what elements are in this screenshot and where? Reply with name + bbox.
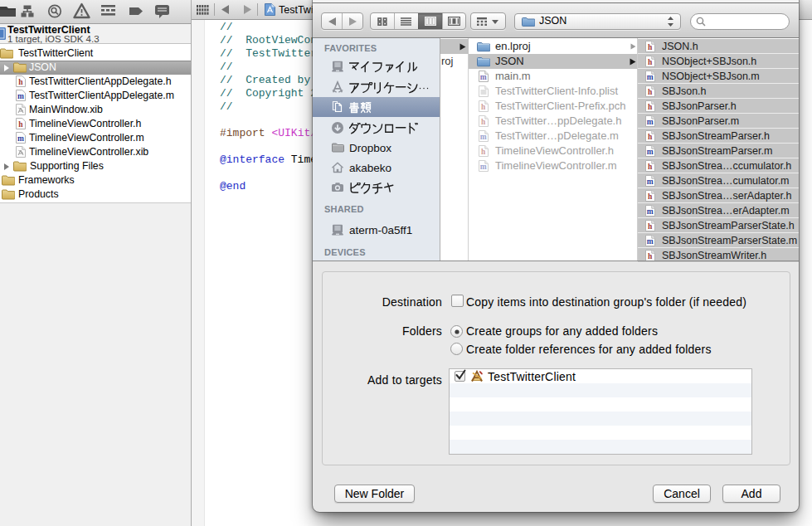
svg-text:h: h (648, 88, 653, 96)
svg-text:h: h (648, 58, 653, 66)
svg-text:m: m (647, 118, 654, 126)
svg-text:m: m (17, 134, 24, 143)
svg-text:h: h (648, 252, 653, 261)
svg-text:m: m (647, 237, 654, 246)
svg-text:h: h (481, 118, 486, 126)
svg-text:m: m (647, 148, 654, 156)
svg-text:h: h (18, 120, 23, 129)
svg-text:m: m (647, 178, 654, 186)
svg-text:m: m (647, 73, 654, 81)
svg-text:m: m (647, 207, 654, 216)
svg-text:h: h (648, 192, 653, 201)
svg-text:h: h (648, 222, 653, 231)
svg-text:h: h (481, 148, 486, 156)
svg-text:h: h (18, 78, 23, 86)
svg-text:h: h (648, 43, 653, 51)
svg-text:h: h (648, 163, 653, 171)
svg-text:m: m (480, 73, 487, 81)
svg-text:m: m (17, 92, 24, 100)
svg-text:m: m (480, 163, 487, 171)
svg-text:m: m (480, 133, 487, 141)
svg-text:h: h (648, 103, 653, 111)
svg-text:h: h (481, 103, 486, 111)
svg-text:h: h (648, 133, 653, 141)
